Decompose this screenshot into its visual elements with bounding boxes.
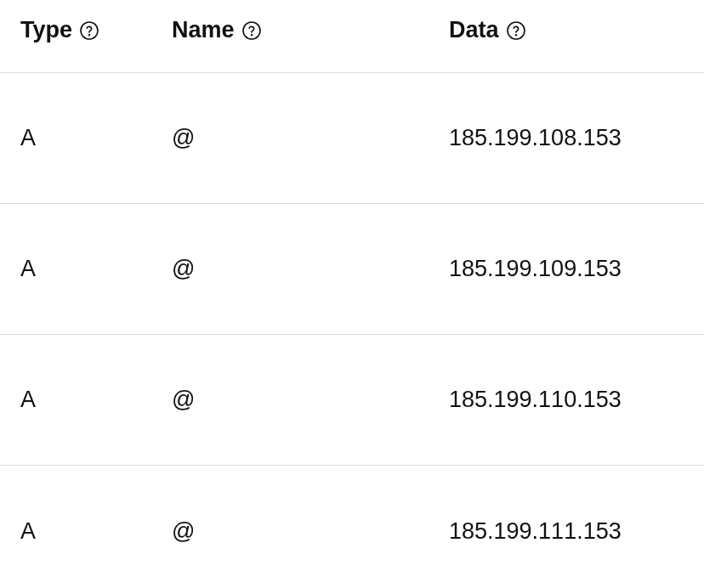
help-icon[interactable] (506, 20, 526, 41)
cell-type: A (20, 256, 172, 282)
cell-name-value: @ (172, 256, 195, 282)
svg-point-3 (251, 34, 252, 35)
cell-data: 185.199.111.153 (449, 518, 684, 545)
cell-name-value: @ (172, 518, 195, 545)
cell-type-value: A (20, 518, 36, 545)
column-header-data: Data (449, 17, 684, 43)
cell-name: @ (172, 518, 449, 545)
cell-name: @ (172, 125, 449, 151)
cell-data-value: 185.199.109.153 (449, 256, 622, 282)
column-header-name-label: Name (172, 17, 235, 43)
table-row: A @ 185.199.111.153 (0, 466, 704, 588)
table-header-row: Type Name Data (0, 0, 704, 73)
column-header-name: Name (172, 17, 449, 43)
cell-data-value: 185.199.110.153 (449, 387, 622, 413)
cell-type-value: A (20, 125, 36, 151)
cell-type-value: A (20, 256, 36, 282)
column-header-type: Type (20, 17, 172, 43)
cell-data-value: 185.199.111.153 (449, 518, 622, 545)
cell-type: A (20, 518, 172, 545)
table-row: A @ 185.199.108.153 (0, 73, 704, 204)
cell-type: A (20, 125, 172, 151)
cell-data: 185.199.109.153 (449, 256, 684, 282)
svg-point-0 (81, 22, 98, 39)
table-row: A @ 185.199.110.153 (0, 335, 704, 466)
dns-records-table: Type Name Data (0, 0, 704, 588)
help-icon[interactable] (79, 20, 99, 41)
svg-point-5 (515, 34, 516, 35)
cell-name-value: @ (172, 387, 195, 413)
column-header-data-label: Data (449, 17, 499, 43)
cell-data: 185.199.108.153 (449, 125, 684, 151)
table-row: A @ 185.199.109.153 (0, 204, 704, 335)
cell-name: @ (172, 256, 449, 282)
svg-point-4 (508, 22, 525, 39)
column-header-type-label: Type (20, 17, 72, 43)
cell-type-value: A (20, 387, 36, 413)
cell-data: 185.199.110.153 (449, 387, 684, 413)
help-icon[interactable] (241, 20, 262, 41)
cell-type: A (20, 387, 172, 413)
cell-name-value: @ (172, 125, 195, 151)
svg-point-2 (243, 22, 260, 39)
cell-name: @ (172, 387, 449, 413)
cell-data-value: 185.199.108.153 (449, 125, 622, 151)
svg-point-1 (89, 34, 90, 35)
